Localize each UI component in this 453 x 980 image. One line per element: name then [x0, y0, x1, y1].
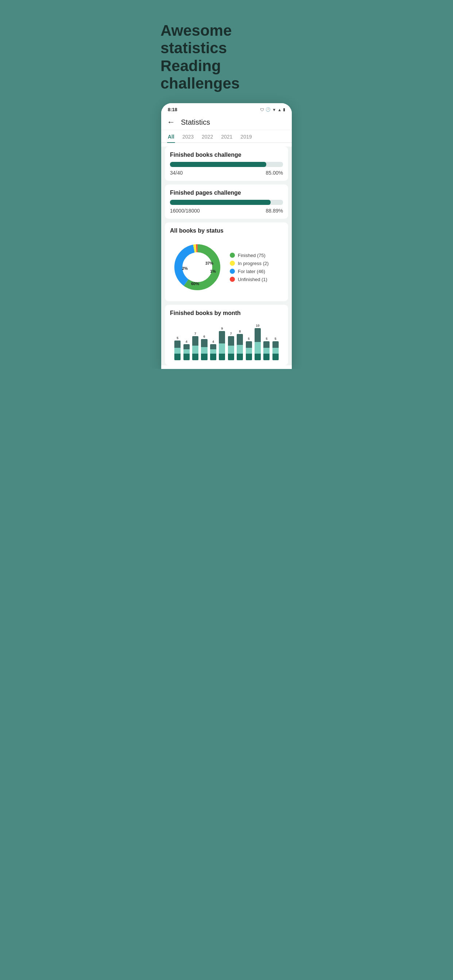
wifi-icon: ▼ [272, 108, 276, 112]
bar-stack-5 [209, 344, 217, 360]
legend-finished: Finished (75) [230, 253, 283, 258]
bar-col-9: 5 [245, 320, 252, 360]
tab-2019[interactable]: 2019 [239, 130, 252, 143]
signal-icon: ▲ [278, 108, 282, 112]
legend-forlater: For later (46) [230, 269, 283, 274]
bar-col-10: 10 [254, 320, 262, 360]
bar-col-2: 4 [182, 320, 190, 360]
finished-books-card: Finished books challenge 34/40 85.00% [165, 146, 288, 181]
legend-area: Finished (75) In progress (2) For later … [230, 253, 283, 282]
battery-icon: ▮ [283, 107, 285, 112]
books-by-status-card: All books by status 37% 60% [165, 223, 288, 301]
headline-line2: Reading challenges [161, 57, 292, 92]
bar-stack-7 [227, 336, 235, 360]
bar-col-8: 8 [236, 320, 244, 360]
bar-num-1: 5 [177, 336, 179, 340]
bar-num-12: 5 [274, 337, 276, 340]
shield-icon: 🛡 [260, 108, 264, 112]
donut-label-forlater: 37% [205, 261, 214, 266]
finished-pages-stats: 16000/18000 88.89% [170, 208, 283, 214]
books-by-month-title: Finished books by month [165, 305, 288, 317]
phone-frame: 8:18 🛡 🕐 ▼ ▲ ▮ ← Statistics All 2023 202… [161, 103, 292, 369]
bar-col-6: 9 [218, 320, 226, 360]
bar-col-12: 5 [272, 320, 279, 360]
bar-col-4: 6 [200, 320, 208, 360]
bar-stack-4 [200, 339, 208, 360]
books-by-month-card: Finished books by month 5 4 [165, 305, 288, 365]
donut-label-unfinished: 1% [210, 269, 216, 274]
clock-icon: 🕐 [266, 107, 271, 112]
donut-chart: 37% 60% 2% 1% [170, 240, 225, 294]
bar-stack-11 [263, 341, 270, 360]
donut-section: 37% 60% 2% 1% Finished (75) In progress … [170, 238, 283, 296]
finished-books-stats: 34/40 85.00% [170, 170, 283, 176]
donut-label-finished: 60% [191, 282, 199, 286]
legend-label-unfinished: Unfinished (1) [238, 277, 267, 282]
bar-num-5: 4 [212, 340, 214, 344]
bar-num-2: 4 [186, 340, 187, 344]
bar-num-7: 7 [230, 332, 232, 336]
finished-pages-title: Finished pages challenge [170, 189, 283, 196]
bar-stack-9 [245, 341, 252, 360]
legend-dot-inprogress [230, 261, 235, 266]
finished-books-title: Finished books challenge [170, 152, 283, 158]
legend-inprogress: In progress (2) [230, 261, 283, 266]
back-button[interactable]: ← [167, 118, 175, 127]
tab-2021[interactable]: 2021 [220, 130, 233, 143]
app-title: Statistics [181, 118, 210, 127]
bar-num-8: 8 [239, 329, 241, 333]
bar-num-6: 9 [221, 327, 223, 330]
bar-num-3: 7 [195, 332, 196, 336]
bar-num-4: 6 [203, 335, 205, 338]
bar-col-11: 5 [263, 320, 270, 360]
bar-col-1: 5 [174, 320, 181, 360]
bar-num-9: 5 [248, 337, 250, 340]
bar-stack-6 [218, 331, 226, 360]
app-bar: ← Statistics [161, 114, 292, 130]
donut-container: 37% 60% 2% 1% [170, 240, 225, 294]
finished-books-count: 34/40 [170, 170, 183, 176]
tab-2023[interactable]: 2023 [182, 130, 195, 143]
content-area: Finished books challenge 34/40 85.00% Fi… [161, 146, 292, 365]
books-by-status-title: All books by status [170, 228, 283, 234]
status-icons-group: 🛡 🕐 ▼ ▲ ▮ [260, 107, 285, 112]
header-section: Awesome statistics Reading challenges [151, 0, 302, 103]
legend-label-forlater: For later (46) [238, 269, 265, 274]
finished-pages-card: Finished pages challenge 16000/18000 88.… [165, 185, 288, 219]
legend-label-finished: Finished (75) [238, 253, 266, 258]
bar-chart-area: 5 4 [169, 320, 284, 365]
bar-num-10: 10 [256, 324, 260, 328]
finished-pages-progress-fill [170, 200, 271, 205]
finished-pages-percent: 88.89% [266, 208, 283, 214]
bar-stack-2 [182, 344, 190, 360]
finished-books-percent: 85.00% [266, 170, 283, 176]
finished-pages-progress-bg [170, 200, 283, 205]
legend-unfinished: Unfinished (1) [230, 277, 283, 282]
legend-dot-finished [230, 253, 235, 258]
bar-stack-3 [191, 336, 199, 360]
status-time: 8:18 [168, 107, 177, 112]
tab-2022[interactable]: 2022 [201, 130, 214, 143]
tab-all[interactable]: All [167, 130, 175, 143]
bar-col-7: 7 [227, 320, 235, 360]
bar-stack-10 [254, 328, 262, 360]
finished-books-progress-fill [170, 162, 266, 167]
bars-row: 5 4 [172, 320, 281, 360]
legend-label-inprogress: In progress (2) [238, 261, 269, 266]
bar-num-11: 5 [266, 337, 267, 340]
legend-dot-forlater [230, 269, 235, 274]
finished-books-progress-bg [170, 162, 283, 167]
bar-stack-12 [272, 341, 279, 360]
legend-dot-unfinished [230, 277, 235, 282]
bar-stack-8 [236, 334, 244, 360]
bar-col-5: 4 [209, 320, 217, 360]
finished-pages-count: 16000/18000 [170, 208, 200, 214]
bar-stack-1 [174, 340, 181, 360]
status-bar: 8:18 🛡 🕐 ▼ ▲ ▮ [161, 103, 292, 114]
headline-line1: Awesome statistics [161, 22, 292, 57]
bar-col-3: 7 [191, 320, 199, 360]
tabs-row: All 2023 2022 2021 2019 [161, 130, 292, 143]
donut-label-inprogress: 2% [182, 266, 188, 270]
